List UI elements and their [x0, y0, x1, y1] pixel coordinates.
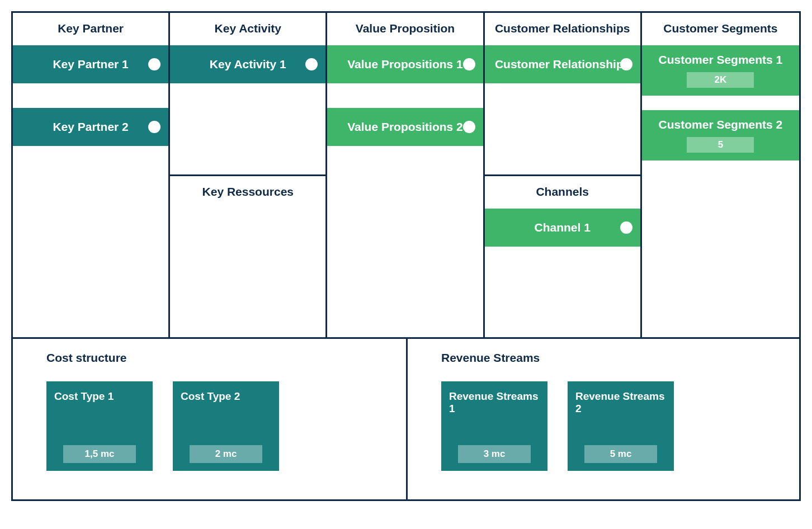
channels-box: Channels Channel 1	[485, 174, 640, 338]
cost-card-badge: 2 mc	[190, 445, 262, 463]
cost-card[interactable]: Cost Type 1 1,5 mc	[46, 381, 153, 471]
separator	[642, 98, 799, 110]
dot-icon	[620, 58, 632, 70]
customer-relationships-item[interactable]: Customer Relationships	[485, 45, 640, 83]
customer-segments-header: Customer Segments	[642, 13, 799, 45]
key-partner-item-label: Key Partner 1	[53, 58, 128, 70]
cost-structure-header: Cost structure	[13, 339, 406, 376]
customer-segments-column: Customer Segments Customer Segments 1 2K…	[642, 13, 799, 337]
revenue-card-badge: 5 mc	[584, 445, 657, 463]
key-partner-item[interactable]: Key Partner 2	[13, 108, 168, 146]
revenue-cards: Revenue Streams 1 3 mc Revenue Streams 2…	[408, 381, 799, 485]
cost-card-title: Cost Type 2	[181, 390, 271, 403]
segment-badge: 2K	[687, 72, 754, 88]
cost-card-badge: 1,5 mc	[63, 445, 136, 463]
key-ressources-header: Key Ressources	[170, 176, 325, 209]
customer-relationships-header: Customer Relationships	[485, 13, 640, 45]
canvas-bottom-row: Cost structure Cost Type 1 1,5 mc Cost T…	[13, 337, 799, 499]
customer-relationships-box: Customer Relationships Customer Relation…	[485, 13, 640, 174]
dot-icon	[305, 58, 318, 70]
value-proposition-header: Value Proposition	[327, 13, 483, 45]
business-model-canvas: Key Partner Key Partner 1 Key Partner 2 …	[11, 11, 801, 501]
customer-relationships-item-label: Customer Relationships	[495, 58, 630, 70]
separator	[327, 86, 483, 108]
customer-segments-item[interactable]: Customer Segments 1 2K	[642, 45, 799, 96]
customer-segments-item[interactable]: Customer Segments 2 5	[642, 110, 799, 160]
revenue-streams-header: Revenue Streams	[408, 339, 799, 376]
key-partner-header: Key Partner	[13, 13, 168, 45]
revenue-card-title: Revenue Streams 1	[449, 390, 540, 415]
relationships-channels-column: Customer Relationships Customer Relation…	[485, 13, 642, 337]
key-activity-item-label: Key Activity 1	[210, 58, 286, 70]
key-partner-item[interactable]: Key Partner 1	[13, 45, 168, 83]
canvas-top-row: Key Partner Key Partner 1 Key Partner 2 …	[13, 13, 799, 337]
customer-segments-item-label: Customer Segments 1	[659, 53, 783, 66]
revenue-streams-box: Revenue Streams Revenue Streams 1 3 mc R…	[406, 339, 799, 499]
key-activity-item[interactable]: Key Activity 1	[170, 45, 325, 83]
channel-item-label: Channel 1	[535, 221, 591, 234]
channel-item[interactable]: Channel 1	[485, 209, 640, 247]
value-proposition-item[interactable]: Value Propositions 1	[327, 45, 483, 83]
channels-header: Channels	[485, 176, 640, 209]
customer-segments-item-label: Customer Segments 2	[659, 118, 783, 131]
segment-badge: 5	[687, 137, 754, 153]
revenue-card-badge: 3 mc	[458, 445, 531, 463]
value-proposition-item-label: Value Propositions 2	[347, 120, 463, 133]
key-activity-header: Key Activity	[170, 13, 325, 45]
revenue-card[interactable]: Revenue Streams 2 5 mc	[568, 381, 674, 471]
dot-icon	[620, 221, 632, 234]
cost-card[interactable]: Cost Type 2 2 mc	[173, 381, 279, 471]
key-partner-column: Key Partner Key Partner 1 Key Partner 2	[13, 13, 170, 337]
value-proposition-item[interactable]: Value Propositions 2	[327, 108, 483, 146]
dot-icon	[148, 121, 160, 133]
cost-card-title: Cost Type 1	[54, 390, 145, 403]
key-activity-resources-column: Key Activity Key Activity 1 Key Ressourc…	[170, 13, 327, 337]
dot-icon	[463, 58, 475, 70]
value-proposition-column: Value Proposition Value Propositions 1 V…	[327, 13, 484, 337]
key-activity-box: Key Activity Key Activity 1	[170, 13, 325, 174]
dot-icon	[148, 58, 160, 70]
cost-cards: Cost Type 1 1,5 mc Cost Type 2 2 mc	[13, 381, 406, 485]
dot-icon	[463, 121, 475, 133]
cost-structure-box: Cost structure Cost Type 1 1,5 mc Cost T…	[13, 339, 406, 499]
revenue-card[interactable]: Revenue Streams 1 3 mc	[441, 381, 547, 471]
key-ressources-box: Key Ressources	[170, 174, 325, 338]
revenue-card-title: Revenue Streams 2	[575, 390, 666, 415]
value-proposition-item-label: Value Propositions 1	[347, 58, 463, 70]
key-partner-item-label: Key Partner 2	[53, 120, 128, 133]
separator	[13, 86, 168, 108]
